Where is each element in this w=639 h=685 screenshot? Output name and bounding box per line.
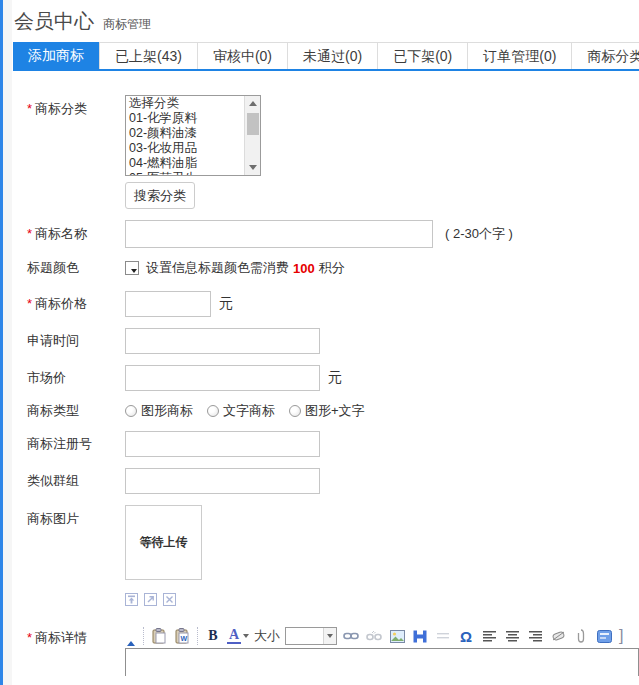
toolbar-separator [143, 627, 144, 645]
tab-in-review[interactable]: 审核中(0) [198, 42, 288, 69]
source-icon[interactable] [595, 627, 613, 645]
image-icon[interactable] [388, 627, 406, 645]
image-upload-box[interactable]: 等待上传 [125, 505, 202, 580]
collapse-toolbar-icon[interactable] [127, 641, 135, 646]
title-color-unit: 积分 [319, 259, 345, 277]
toolbar-separator [197, 627, 198, 645]
font-color-button[interactable]: A [227, 628, 241, 644]
row-image: 商标图片 等待上传 [27, 505, 639, 606]
scroll-up-icon[interactable] [245, 96, 260, 111]
category-option[interactable]: 01-化学原料 [126, 111, 245, 126]
name-label: *商标名称 [27, 226, 125, 242]
row-name: *商标名称 ( 2-30个字 ) [27, 220, 639, 248]
apply-time-input[interactable] [125, 328, 320, 354]
category-option[interactable]: 02-颜料油漆 [126, 126, 245, 141]
market-price-unit: 元 [328, 369, 342, 387]
category-option[interactable]: 04-燃料油脂 [126, 156, 245, 171]
tab-categories[interactable]: 商标分类(0) [572, 42, 639, 69]
title-color-text: 设置信息标题颜色需消费 [146, 259, 289, 277]
radio-icon[interactable] [125, 405, 137, 417]
row-market-price: 市场价 元 [27, 365, 639, 391]
align-right-icon[interactable] [526, 627, 544, 645]
category-option[interactable]: 03-化妆用品 [126, 141, 245, 156]
row-detail: *商标详情 [27, 624, 639, 676]
upload-icon[interactable] [125, 593, 138, 606]
listbox-scrollbar[interactable] [244, 96, 260, 175]
toolbar-end-bracket: ] [619, 627, 623, 645]
market-price-label: 市场价 [27, 370, 125, 386]
tab-rejected[interactable]: 未通过(0) [288, 42, 378, 69]
font-size-label: 大小 [254, 627, 280, 645]
font-size-value [286, 628, 323, 644]
category-option[interactable]: 选择分类 [126, 96, 245, 111]
open-preview-icon[interactable] [144, 593, 157, 606]
row-category: *商标分类 选择分类 01-化学原料 02-颜料油漆 03-化妆用品 04-燃料… [27, 95, 639, 209]
title-color-label: 标题颜色 [27, 260, 125, 276]
scrollbar-thumb[interactable] [247, 113, 259, 135]
scroll-down-icon[interactable] [249, 165, 257, 170]
page-title: 会员中心 [14, 8, 94, 35]
rich-text-editor: W B A 大小 [125, 624, 639, 676]
radio-type-figure-text[interactable]: 图形+文字 [289, 402, 365, 420]
price-unit: 元 [219, 295, 233, 313]
upload-placeholder: 等待上传 [140, 534, 188, 551]
row-reg-number: 商标注册号 [27, 431, 639, 457]
paste-icon[interactable] [150, 627, 168, 645]
editor-content-area[interactable] [125, 648, 639, 676]
tab-off-shelf[interactable]: 已下架(0) [378, 42, 468, 69]
row-apply-time: 申请时间 [27, 328, 639, 354]
breadcrumb: 商标管理 [103, 16, 151, 33]
align-left-icon[interactable] [480, 627, 498, 645]
radio-type-text[interactable]: 文字商标 [207, 402, 275, 420]
bold-button[interactable]: B [204, 627, 222, 645]
title-color-checkbox[interactable] [125, 261, 139, 275]
unlink-icon[interactable] [365, 627, 383, 645]
font-size-combo[interactable] [285, 627, 337, 645]
attachment-icon[interactable] [572, 627, 590, 645]
required-asterisk: * [27, 101, 32, 116]
required-asterisk: * [27, 296, 32, 311]
tab-add-trademark[interactable]: 添加商标 [13, 42, 99, 69]
required-asterisk: * [27, 630, 32, 645]
page-left-stripe [0, 0, 12, 685]
detail-label: *商标详情 [27, 624, 125, 676]
apply-time-label: 申请时间 [27, 333, 125, 349]
align-center-icon[interactable] [503, 627, 521, 645]
reg-number-input[interactable] [125, 431, 320, 457]
row-price: *商标价格 元 [27, 291, 639, 317]
link-icon[interactable] [342, 627, 360, 645]
font-color-dropdown-icon[interactable] [243, 634, 249, 638]
category-label: *商标分类 [27, 95, 125, 209]
row-type: 商标类型 图形商标 文字商标 图形+文字 [27, 402, 639, 420]
member-center-page: 会员中心 商标管理 添加商标 已上架(43) 审核中(0) 未通过(0) 已下架… [13, 0, 639, 676]
similar-group-label: 类似群组 [27, 473, 125, 489]
search-category-button[interactable]: 搜索分类 [125, 182, 195, 209]
price-input[interactable] [125, 291, 211, 317]
paste-from-word-icon[interactable]: W [173, 627, 191, 645]
market-price-input[interactable] [125, 365, 320, 391]
required-asterisk: * [27, 226, 32, 241]
tab-orders[interactable]: 订单管理(0) [468, 42, 572, 69]
horizontal-rule-icon[interactable] [434, 627, 452, 645]
radio-type-figure[interactable]: 图形商标 [125, 402, 193, 420]
similar-group-input[interactable] [125, 468, 320, 494]
add-trademark-form: *商标分类 选择分类 01-化学原料 02-颜料油漆 03-化妆用品 04-燃料… [13, 71, 639, 676]
price-label: *商标价格 [27, 296, 125, 312]
delete-icon[interactable] [163, 593, 176, 606]
radio-icon[interactable] [207, 405, 219, 417]
svg-text:W: W [180, 635, 187, 642]
remove-format-icon[interactable] [549, 627, 567, 645]
category-option[interactable]: 05-医药卫生 [126, 171, 245, 175]
tabbar: 添加商标 已上架(43) 审核中(0) 未通过(0) 已下架(0) 订单管理(0… [13, 42, 639, 71]
combo-dropdown-icon[interactable] [323, 628, 336, 644]
image-label: 商标图片 [27, 505, 125, 606]
flash-media-icon[interactable] [411, 627, 429, 645]
tab-on-shelf[interactable]: 已上架(43) [99, 42, 198, 69]
category-listbox[interactable]: 选择分类 01-化学原料 02-颜料油漆 03-化妆用品 04-燃料油脂 05-… [125, 95, 261, 176]
title-color-cost: 100 [293, 261, 315, 276]
type-label: 商标类型 [27, 403, 125, 419]
row-title-color: 标题颜色 设置信息标题颜色需消费 100 积分 [27, 259, 639, 277]
trademark-name-input[interactable] [125, 220, 433, 248]
radio-icon[interactable] [289, 405, 301, 417]
special-char-icon[interactable]: Ω [457, 627, 475, 645]
